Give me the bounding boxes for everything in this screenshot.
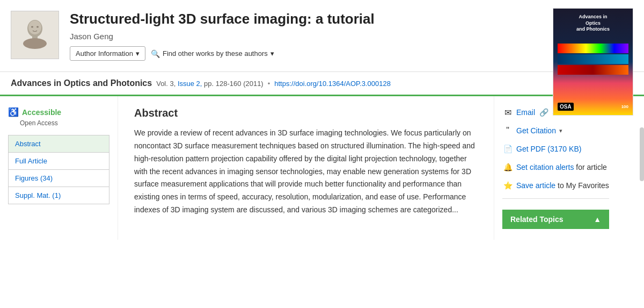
citation-alerts-row[interactable]: 🔔 Set citation alerts for article — [502, 162, 609, 173]
related-topics-bar[interactable]: Related Topics ▲ — [502, 210, 609, 229]
abstract-title: Abstract — [134, 107, 478, 119]
author-info-button[interactable]: Author Information ▾ — [70, 46, 145, 61]
article-info: Structured-light 3D surface imaging: a t… — [70, 11, 633, 61]
alert-icon: 🔔 — [502, 162, 513, 173]
citation-alerts-link[interactable]: Set citation alerts — [516, 163, 574, 171]
share-icon: 🔗 — [538, 107, 549, 118]
citation-icon: " — [502, 125, 513, 136]
save-article-link[interactable]: Save article — [516, 181, 555, 190]
right-sidebar: ✉ Email 🔗 Share ▾ " Get Citation ▾ 📄 Get… — [494, 96, 617, 240]
doi-link[interactable]: https://doi.org/10.1364/AOP.3.000128 — [274, 80, 391, 88]
nav-item-full-article[interactable]: Full Article — [8, 153, 109, 170]
header-buttons: Author Information ▾ 🔍 Find other works … — [70, 46, 633, 61]
osa-100: 100 — [621, 104, 628, 109]
save-article-row[interactable]: ⭐ Save article to My Favorites — [502, 180, 609, 191]
get-pdf-row[interactable]: 📄 Get PDF (3170 KB) — [502, 144, 609, 154]
accessible-badge: ♿ Accessible — [8, 107, 109, 117]
article-header: Structured-light 3D surface imaging: a t… — [0, 0, 644, 71]
svg-point-5 — [31, 26, 33, 28]
author-info-chevron: ▾ — [136, 49, 140, 58]
article-title: Structured-light 3D surface imaging: a t… — [70, 11, 633, 27]
cover-image — [558, 44, 628, 76]
related-topics-label: Related Topics — [510, 215, 564, 224]
cover-logo-area: OSA 100 — [558, 103, 628, 111]
journal-issue-link[interactable]: Issue 2, — [178, 80, 202, 88]
svg-point-2 — [28, 20, 41, 34]
pdf-icon: 📄 — [502, 144, 513, 154]
find-works-button[interactable]: 🔍 Find other works by these authors ▾ — [151, 49, 274, 58]
citation-chevron: ▾ — [559, 127, 562, 134]
accessible-label: Accessible — [22, 108, 61, 117]
email-icon: ✉ — [502, 107, 513, 118]
get-citation-row[interactable]: " Get Citation ▾ — [502, 125, 609, 136]
nav-item-abstract[interactable]: Abstract — [8, 135, 109, 153]
citation-alerts-text: Set citation alerts for article — [516, 163, 607, 171]
svg-point-6 — [36, 26, 39, 28]
article-nav: Abstract Full Article Figures (34) Suppl… — [8, 135, 109, 204]
abstract-text: We provide a review of recent advances i… — [134, 127, 478, 217]
open-access-label: Open Access — [8, 119, 109, 127]
sidebar-divider — [502, 198, 609, 199]
accessible-icon: ♿ — [8, 107, 19, 117]
get-pdf-link[interactable]: Get PDF (3170 KB) — [516, 145, 581, 153]
get-citation-link[interactable]: Get Citation — [516, 126, 556, 135]
main-content: ♿ Accessible Open Access Abstract Full A… — [0, 96, 644, 240]
save-icon: ⭐ — [502, 180, 513, 191]
abstract-section: Abstract We provide a review of recent a… — [118, 96, 494, 240]
svg-point-4 — [23, 38, 47, 49]
author-avatar — [11, 11, 59, 59]
save-article-text: Save article to My Favorites — [516, 181, 609, 190]
journal-cover: Advances in Optics and Photonics OSA 100 — [553, 8, 633, 116]
left-sidebar: ♿ Accessible Open Access Abstract Full A… — [0, 96, 118, 240]
related-topics-chevron: ▲ — [594, 215, 601, 224]
nav-item-suppl-mat[interactable]: Suppl. Mat. (1) — [8, 187, 109, 204]
osa-logo: OSA — [558, 103, 574, 111]
author-info-label: Author Information — [76, 49, 133, 58]
cover-title: Advances in Optics and Photonics — [576, 14, 610, 33]
find-works-label: Find other works by these authors — [163, 49, 268, 58]
search-icon: 🔍 — [151, 49, 160, 58]
scrollbar[interactable] — [640, 127, 644, 181]
separator: • — [268, 80, 270, 88]
journal-volume: Vol. 3, Issue 2, pp. 128-160 (2011) — [156, 80, 264, 88]
nav-item-figures[interactable]: Figures (34) — [8, 170, 109, 187]
find-works-chevron: ▾ — [270, 49, 274, 58]
author-name: Jason Geng — [70, 32, 633, 41]
journal-bar: Advances in Optics and Photonics Vol. 3,… — [0, 71, 644, 96]
email-link[interactable]: Email — [516, 108, 535, 117]
journal-name: Advances in Optics and Photonics — [11, 78, 152, 88]
